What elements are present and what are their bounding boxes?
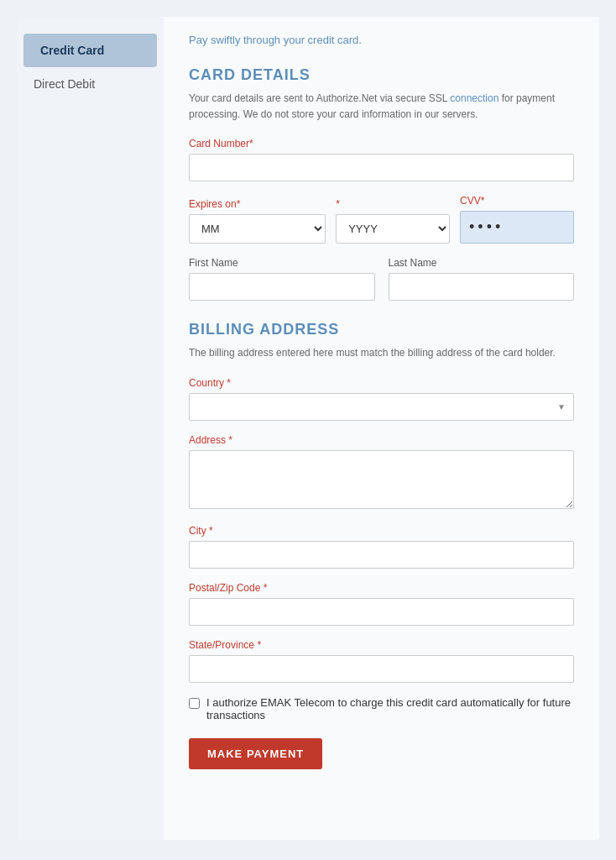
authorize-text: I authorize EMAK Telecom to charge this … bbox=[206, 696, 571, 721]
postal-input[interactable] bbox=[189, 598, 574, 626]
address-input[interactable] bbox=[189, 450, 574, 509]
state-input[interactable] bbox=[189, 655, 574, 683]
make-payment-button[interactable]: MAKE PAYMENT bbox=[189, 738, 322, 769]
city-label: City * bbox=[189, 525, 574, 537]
card-number-label: Card Number* bbox=[189, 138, 574, 149]
address-field-group: Address * bbox=[189, 434, 574, 511]
name-row: First Name Last Name bbox=[189, 257, 574, 301]
card-details-desc-part1: Your card details are sent to Authorize.… bbox=[189, 92, 450, 104]
authorize-row: I authorize EMAK Telecom to charge this … bbox=[189, 696, 574, 721]
country-label: Country * bbox=[189, 377, 574, 389]
expires-label: Expires on* bbox=[189, 198, 326, 210]
first-name-input[interactable] bbox=[189, 273, 375, 301]
sidebar-item-direct-debit[interactable]: Direct Debit bbox=[17, 67, 164, 101]
payment-container: Credit Card Direct Debit Pay swiftly thr… bbox=[17, 17, 599, 840]
first-name-label: First Name bbox=[189, 257, 375, 269]
expires-group: Expires on* MM 010203 040506 070809 1011… bbox=[189, 198, 326, 244]
card-number-input[interactable] bbox=[189, 154, 574, 181]
cvv-input[interactable] bbox=[460, 211, 574, 244]
authorize-label[interactable]: I authorize EMAK Telecom to charge this … bbox=[206, 696, 574, 721]
expires-cvv-row: Expires on* MM 010203 040506 070809 1011… bbox=[189, 195, 574, 244]
last-name-label: Last Name bbox=[389, 257, 575, 269]
card-number-field-group: Card Number* bbox=[189, 138, 574, 181]
city-input[interactable] bbox=[189, 541, 574, 569]
city-field-group: City * bbox=[189, 525, 574, 569]
postal-field-group: Postal/Zip Code * bbox=[189, 582, 574, 626]
address-label: Address * bbox=[189, 434, 574, 446]
sidebar-item-credit-card[interactable]: Credit Card bbox=[23, 34, 157, 67]
last-name-input[interactable] bbox=[389, 273, 575, 301]
sidebar-item-direct-debit-label: Direct Debit bbox=[34, 77, 95, 91]
sidebar: Credit Card Direct Debit bbox=[17, 17, 164, 840]
ssl-connection-link[interactable]: connection bbox=[450, 92, 499, 104]
card-details-title: CARD DETAILS bbox=[189, 66, 574, 84]
month-select[interactable]: MM 010203 040506 070809 101112 bbox=[189, 214, 326, 244]
main-content: Pay swiftly through your credit card. CA… bbox=[164, 17, 599, 840]
intro-text: Pay swiftly through your credit card. bbox=[189, 34, 574, 46]
first-name-group: First Name bbox=[189, 257, 375, 301]
country-select[interactable]: United States United Kingdom Canada Aust… bbox=[189, 393, 574, 421]
state-field-group: State/Province * bbox=[189, 639, 574, 683]
billing-address-section: BILLING ADDRESS The billing address ente… bbox=[189, 321, 574, 361]
year-asterisk-label: * bbox=[336, 198, 450, 210]
country-select-wrapper: United States United Kingdom Canada Aust… bbox=[189, 393, 574, 421]
card-details-section: CARD DETAILS Your card details are sent … bbox=[189, 66, 574, 123]
state-label: State/Province * bbox=[189, 639, 574, 651]
postal-label: Postal/Zip Code * bbox=[189, 582, 574, 594]
billing-address-title: BILLING ADDRESS bbox=[189, 321, 574, 338]
cvv-group: CVV* bbox=[460, 195, 574, 244]
country-field-group: Country * United States United Kingdom C… bbox=[189, 377, 574, 421]
year-select[interactable]: YYYY 202420252026 202720282029 203020312… bbox=[336, 214, 450, 244]
cvv-label: CVV* bbox=[460, 195, 574, 207]
sidebar-item-credit-card-label: Credit Card bbox=[40, 44, 104, 57]
last-name-group: Last Name bbox=[389, 257, 575, 301]
year-group: * YYYY 202420252026 202720282029 2030203… bbox=[336, 198, 450, 244]
card-details-desc: Your card details are sent to Authorize.… bbox=[189, 91, 574, 123]
billing-address-desc: The billing address entered here must ma… bbox=[189, 345, 574, 361]
authorize-checkbox[interactable] bbox=[189, 698, 200, 709]
